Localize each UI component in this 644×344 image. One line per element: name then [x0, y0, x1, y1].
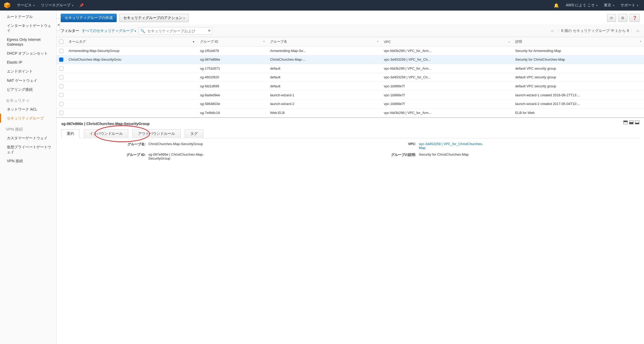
sidebar-item[interactable]: ルートテーブル [0, 12, 56, 21]
row-checkbox[interactable] [59, 93, 63, 97]
col-checkbox[interactable] [56, 37, 66, 46]
sidebar-item[interactable]: エンドポイント [0, 67, 56, 76]
col-group-name[interactable]: グループ名▾ [267, 37, 381, 46]
sg-actions-label: セキュリティグループのアクション [123, 16, 182, 20]
nav-services-label: サービス [17, 3, 32, 8]
cell-description: default VPC security group [513, 82, 644, 91]
chevron-down-icon: ▾ [72, 4, 73, 7]
pin-icon[interactable]: 📌 [77, 3, 86, 7]
row-checkbox[interactable] [59, 58, 63, 62]
pager-first-icon[interactable]: ≪ [550, 29, 554, 33]
cell-description: Security for ChristChurches-Map [513, 55, 644, 64]
sidebar-item[interactable]: NAT ゲートウェイ [0, 76, 56, 85]
row-checkbox[interactable] [59, 102, 63, 106]
filter-bar: フィルター すべてのセキュリティグループ ▾ 🔍 ✕ ≪ 〈 8 個の セキュリ… [56, 25, 644, 37]
sidebar-item-cgw[interactable]: カスタマーゲートウェイ [0, 133, 56, 142]
cell-vpc: vpc-fdd3b299 | VPC_for_Arm... [381, 64, 513, 73]
col-description[interactable]: 説明▾ [513, 37, 644, 46]
detail-value-group-id: sg-087e866e | ChristChurches-Map-Securit… [148, 152, 217, 160]
layout-bottom-icon[interactable] [635, 121, 639, 124]
bell-icon[interactable]: 🔔 [550, 3, 563, 8]
nav-region[interactable]: 東京▾ [601, 3, 617, 8]
cell-description: launch-wizard-2 created 2017-05-04T10:..… [513, 99, 644, 108]
table-row[interactable]: sg-8aded9eelaunch-wizard-1vpc-1b886e7fla… [56, 90, 644, 99]
table-wrapper: ネームタグ▲ グループ ID▾ グループ名▾ VPC▾ 説明▾ Armwrest… [56, 37, 644, 117]
table-row[interactable]: sg-5864803elaunch-wizard-2vpc-1b886e7fla… [56, 99, 644, 108]
sort-icon: ▾ [640, 40, 641, 43]
cell-group-id: sg-7e8b6c18 [197, 108, 267, 117]
cell-group-id: sg-1751b571 [197, 64, 267, 73]
sidebar-item[interactable]: DHCP オプションセット [0, 49, 56, 58]
sidebar-item-vpn[interactable]: VPN 接続 [0, 156, 56, 165]
sort-icon: ▾ [377, 40, 378, 43]
cell-group-name: default [267, 73, 381, 82]
filter-dropdown[interactable]: すべてのセキュリティグループ ▾ [82, 28, 136, 33]
pager-prev-icon[interactable]: 〈 [556, 28, 560, 33]
sidebar-item[interactable]: Egress Only Internet Gateways [0, 35, 56, 49]
sidebar-heading-security: セキュリティ [0, 94, 56, 105]
table-row[interactable]: sg-1751b571defaultvpc-fdd3b299 | VPC_for… [56, 64, 644, 73]
pager-last-icon[interactable]: ≫ [636, 29, 640, 33]
clear-search-icon[interactable]: ✕ [208, 28, 211, 33]
table-row[interactable]: sg-4601f920defaultvpc-3d453259 | VPC_for… [56, 73, 644, 82]
col-vpc[interactable]: VPC▾ [381, 37, 513, 46]
cell-vpc: vpc-1b886e7f [381, 99, 513, 108]
table-row[interactable]: ChristChurches-Map-SecurityGrousg-087e86… [56, 55, 644, 64]
cell-description: launch-wizard-1 created 2016-08-27T13:..… [513, 90, 644, 99]
sort-icon: ▾ [509, 41, 510, 43]
refresh-button[interactable]: ⟳ [607, 14, 616, 22]
sidebar-item[interactable]: Elastic IP [0, 58, 56, 67]
cell-group-name: ChristChurches-Map-... [267, 55, 381, 64]
chevron-down-icon: ▾ [596, 4, 598, 7]
help-button[interactable]: ❓ [629, 14, 640, 22]
col-name-tag[interactable]: ネームタグ▲ [66, 37, 197, 46]
aws-logo-icon[interactable] [4, 2, 11, 9]
detail-value-description: Security for ChristChurches-Map [419, 152, 469, 160]
cell-group-id: sg-5864803e [197, 99, 267, 108]
help-icon: ❓ [632, 16, 637, 20]
row-checkbox[interactable] [59, 49, 63, 53]
sidebar-item-vpg[interactable]: 仮想プライベートゲートウェイ [0, 142, 56, 156]
tab-outbound[interactable]: アウトバウンドルール [132, 129, 181, 138]
nav-account[interactable]: AWS によう こそ▾ [563, 3, 601, 8]
chevron-down-icon: ▾ [33, 4, 35, 7]
settings-button[interactable]: ⚙ [618, 14, 627, 22]
table-row[interactable]: sg-fdd1d699defaultvpc-1b886e7fdefault VP… [56, 82, 644, 91]
cell-name-tag [66, 64, 197, 73]
tab-summary[interactable]: 要約 [61, 129, 80, 138]
row-checkbox[interactable] [59, 66, 63, 71]
nav-rg-label: リソースグループ [41, 3, 70, 8]
row-checkbox[interactable] [59, 84, 63, 88]
nav-resource-groups[interactable]: リソースグループ▾ [38, 3, 77, 8]
pager-next-icon[interactable]: 〉 [631, 28, 634, 33]
sg-actions-button[interactable]: セキュリティグループのアクション ▾ [119, 14, 189, 22]
table-row[interactable]: Armwrestling-Map-SecurityGroupsg-1f5cb87… [56, 46, 644, 55]
refresh-icon: ⟳ [610, 16, 613, 20]
layout-split-icon[interactable] [629, 121, 633, 124]
table-row[interactable]: sg-7e8b6c18Web-ELBvpc-fdd3b299 | VPC_for… [56, 108, 644, 117]
tab-inbound[interactable]: インバウンドルール [84, 129, 128, 138]
sidebar-item[interactable]: ピアリング接続 [0, 85, 56, 94]
search-input[interactable] [139, 27, 212, 35]
nav-support[interactable]: サポート▾ [617, 3, 641, 8]
checkbox-icon[interactable] [59, 40, 63, 44]
sidebar-item-nacl[interactable]: ネットワーク ACL [0, 105, 56, 114]
detail-value-vpc-link[interactable]: vpc-3d453259 | VPC_for_ChristChurches-Ma… [419, 142, 483, 150]
cell-vpc: vpc-3d453259 | VPC_for_Ch... [381, 55, 513, 64]
cell-group-id: sg-4601f920 [197, 73, 267, 82]
row-checkbox[interactable] [59, 75, 63, 79]
nav-services[interactable]: サービス▾ [14, 3, 38, 8]
search-box: 🔍 ✕ [139, 27, 212, 35]
cell-name-tag [66, 108, 197, 117]
tab-tags[interactable]: タグ [185, 129, 203, 138]
layout-top-icon[interactable] [623, 121, 628, 124]
cell-name-tag [66, 99, 197, 108]
row-checkbox[interactable] [59, 111, 63, 115]
sidebar-collapse-button[interactable]: ◀ [56, 18, 60, 31]
cell-group-id: sg-087e866e [197, 55, 267, 64]
sidebar-item-security-groups[interactable]: セキュリティグループ [0, 114, 56, 123]
create-sg-button[interactable]: セキュリティグループの作成 [61, 14, 117, 22]
sort-icon: ▾ [263, 40, 265, 43]
sidebar-item[interactable]: インターネットゲートウェイ [0, 21, 56, 35]
col-group-id[interactable]: グループ ID▾ [197, 37, 267, 46]
